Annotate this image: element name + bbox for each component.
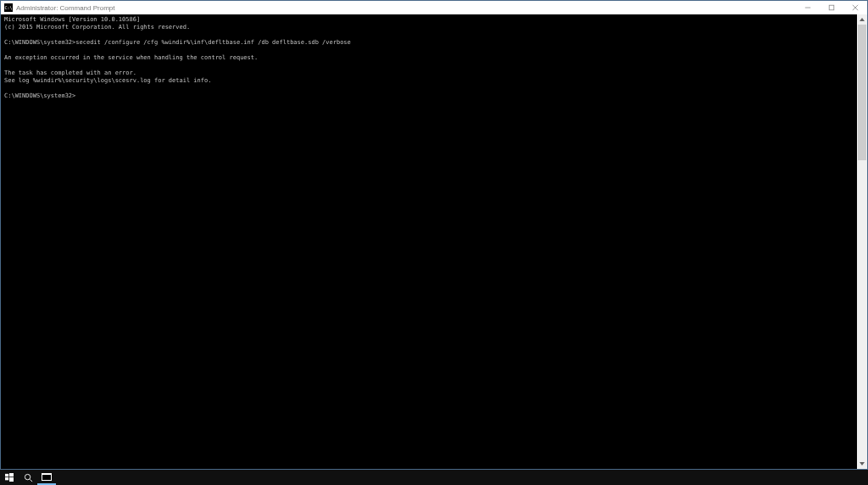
terminal-line bbox=[4, 85, 854, 92]
taskbar[interactable] bbox=[0, 470, 868, 485]
window-title: Administrator: Command Prompt bbox=[16, 4, 114, 12]
close-button[interactable] bbox=[843, 1, 867, 14]
scrollbar-track[interactable] bbox=[857, 25, 867, 459]
svg-point-10 bbox=[25, 474, 30, 479]
command-prompt-window: Administrator: Command Prompt Microsoft … bbox=[0, 0, 868, 470]
minimize-button[interactable] bbox=[796, 1, 820, 14]
svg-rect-7 bbox=[9, 473, 14, 477]
client-area: Microsoft Windows [Version 10.0.10586](c… bbox=[1, 14, 867, 469]
window-controls bbox=[796, 1, 867, 14]
terminal-line bbox=[4, 31, 854, 39]
scroll-up-button[interactable] bbox=[857, 14, 867, 25]
scroll-down-button[interactable] bbox=[857, 459, 867, 469]
maximize-button[interactable] bbox=[820, 1, 843, 14]
titlebar[interactable]: Administrator: Command Prompt bbox=[1, 1, 867, 14]
terminal-line bbox=[4, 62, 854, 70]
svg-line-11 bbox=[30, 479, 32, 482]
svg-rect-1 bbox=[829, 5, 834, 10]
terminal-line: See log %windir%\security\logs\scesrv.lo… bbox=[4, 77, 854, 85]
svg-marker-4 bbox=[860, 18, 865, 21]
terminal-line bbox=[4, 47, 854, 54]
start-button[interactable] bbox=[0, 470, 19, 485]
terminal-line: (c) 2015 Microsoft Corporation. All righ… bbox=[4, 24, 854, 31]
terminal-line: An exception occurred in the service whe… bbox=[4, 54, 854, 62]
svg-rect-9 bbox=[9, 477, 14, 482]
svg-rect-6 bbox=[5, 474, 8, 477]
terminal-line: Microsoft Windows [Version 10.0.10586] bbox=[4, 16, 854, 24]
svg-marker-5 bbox=[860, 462, 865, 465]
vertical-scrollbar[interactable] bbox=[857, 14, 867, 469]
scrollbar-thumb[interactable] bbox=[858, 25, 866, 160]
terminal-output[interactable]: Microsoft Windows [Version 10.0.10586](c… bbox=[1, 14, 857, 469]
svg-rect-8 bbox=[5, 477, 8, 480]
cmd-icon bbox=[4, 3, 13, 12]
terminal-line: C:\WINDOWS\system32> bbox=[4, 92, 854, 100]
terminal-line: C:\WINDOWS\system32>secedit /configure /… bbox=[4, 39, 854, 47]
taskbar-app-cmd[interactable] bbox=[37, 470, 56, 485]
svg-rect-13 bbox=[42, 475, 51, 480]
search-button[interactable] bbox=[19, 470, 37, 485]
terminal-line: The task has completed with an error. bbox=[4, 70, 854, 77]
